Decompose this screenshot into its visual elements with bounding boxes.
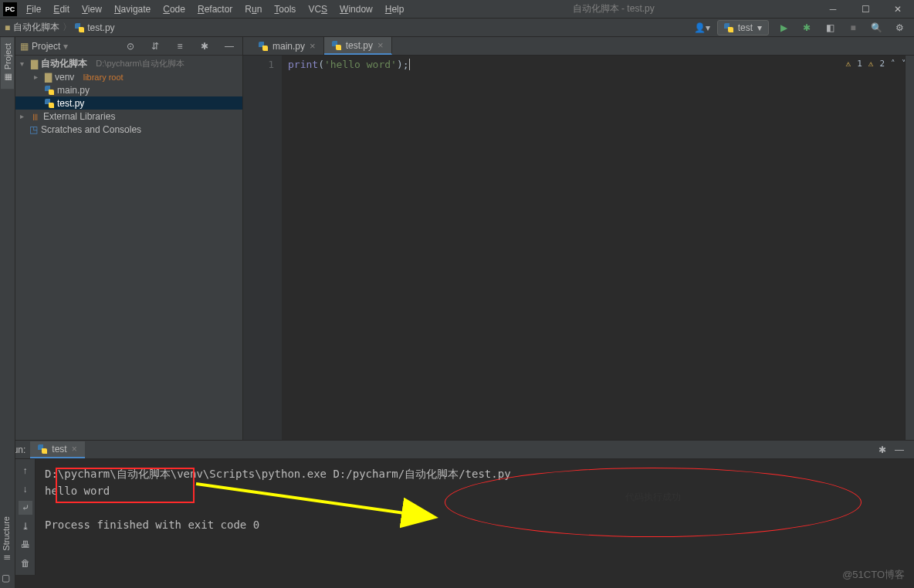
- python-icon: [38, 444, 47, 454]
- debug-button[interactable]: ✱: [798, 19, 815, 36]
- hide-panel-icon[interactable]: —: [891, 441, 908, 458]
- menu-tools[interactable]: Tools: [268, 2, 302, 17]
- main-layout: ▦ Project ▦ Project ▾ ⊙ ⇵ ≡ ✱ — ▾ ▇ 自动化脚…: [0, 37, 914, 440]
- settings-icon[interactable]: ✱: [196, 38, 213, 55]
- menu-vcs[interactable]: VCS: [302, 2, 333, 17]
- editor-tab-test[interactable]: test.py ×: [324, 37, 392, 55]
- run-tab[interactable]: test ×: [30, 441, 84, 458]
- tree-external-libraries[interactable]: ▸ ⫼ External Libraries: [15, 110, 242, 123]
- project-icon: ▦: [2, 73, 12, 83]
- run-button[interactable]: ▶: [775, 19, 792, 36]
- menu-run[interactable]: Run: [239, 2, 268, 17]
- chevron-down-icon: ▾: [757, 22, 762, 33]
- chevron-down-icon[interactable]: ▾: [63, 41, 68, 52]
- editor-area: main.py × test.py × 1 print('hello word'…: [243, 37, 914, 440]
- tree-file-test[interactable]: test.py: [15, 96, 242, 110]
- up-icon[interactable]: ↑: [19, 464, 32, 478]
- python-icon: [45, 99, 54, 108]
- structure-icon: ⫼: [2, 553, 11, 562]
- run-coverage-button[interactable]: ◧: [821, 19, 838, 36]
- left-tool-gutter: ▦ Project: [0, 37, 15, 440]
- chevron-down-icon[interactable]: ▾: [20, 59, 28, 68]
- expand-all-icon[interactable]: ⇵: [147, 38, 164, 55]
- menu-code[interactable]: Code: [157, 2, 191, 17]
- chevron-right-icon[interactable]: ▸: [20, 112, 28, 120]
- settings-button[interactable]: ⚙: [891, 19, 908, 36]
- settings-icon[interactable]: ✱: [874, 441, 891, 458]
- chevron-right-icon: 〉: [63, 21, 72, 34]
- menu-help[interactable]: Help: [379, 2, 411, 17]
- editor-right-gutter: [905, 56, 914, 440]
- tree-venv[interactable]: ▸ ▇ venv library root: [15, 70, 242, 83]
- line-gutter: 1: [243, 56, 282, 440]
- breadcrumb-file[interactable]: test.py: [75, 22, 114, 33]
- menu-view[interactable]: View: [76, 2, 108, 17]
- warning-icon: ⚠: [868, 59, 874, 69]
- python-icon: [45, 86, 54, 95]
- menu-navigate[interactable]: Navigate: [108, 2, 157, 17]
- watermark: @51CTO博客: [842, 568, 905, 582]
- tree-root[interactable]: ▾ ▇ 自动化脚本 D:\pycharm\自动化脚本: [15, 57, 242, 70]
- menu-file[interactable]: File: [20, 2, 47, 17]
- close-icon[interactable]: ×: [72, 444, 77, 455]
- select-opened-file-icon[interactable]: ⊙: [122, 38, 139, 55]
- scroll-to-end-icon[interactable]: ⤓: [19, 519, 32, 533]
- hide-panel-icon[interactable]: —: [221, 38, 238, 55]
- menu-edit[interactable]: Edit: [47, 2, 76, 17]
- chevron-up-icon[interactable]: ˄: [891, 59, 895, 69]
- minimize-button[interactable]: ─: [817, 0, 849, 19]
- run-config-selector[interactable]: test ▾: [717, 20, 769, 35]
- python-icon: [724, 23, 733, 32]
- console-output[interactable]: D:\pycharm\自动化脚本\venv\Scripts\python.exe…: [36, 459, 914, 575]
- project-tool-tab[interactable]: ▦ Project: [1, 37, 14, 89]
- scratches-icon: ◳: [29, 124, 38, 135]
- main-menu: File Edit View Navigate Code Refactor Ru…: [20, 2, 410, 17]
- app-icon: PC: [3, 2, 17, 16]
- console-stdout: hello word: [45, 482, 905, 499]
- print-icon[interactable]: 🖶: [19, 538, 32, 552]
- python-icon: [332, 41, 341, 50]
- editor-tab-main[interactable]: main.py ×: [251, 37, 324, 55]
- folder-icon: ▇: [31, 59, 38, 69]
- menu-window[interactable]: Window: [333, 2, 379, 17]
- run-tool-window: Run: test × ✱ — ▶ ■ ≡ 📌 ↑ ↓ ⤶ ⤓ 🖶 🗑 D:\p…: [0, 440, 914, 575]
- soft-wrap-icon[interactable]: ⤶: [19, 501, 32, 515]
- warning-icon: ⚠: [846, 59, 851, 69]
- structure-tool-tab[interactable]: ⫼ Structure: [0, 513, 12, 565]
- close-icon[interactable]: ×: [377, 39, 384, 51]
- editor-body[interactable]: 1 print('hello word'); ⚠1 ⚠2 ˄ ˅: [243, 56, 914, 440]
- library-icon: ⫼: [31, 111, 40, 122]
- breadcrumb: ■ 自动化脚本 〉 test.py: [5, 21, 694, 34]
- run-tool-body: ▶ ■ ≡ 📌 ↑ ↓ ⤶ ⤓ 🖶 🗑 D:\pycharm\自动化脚本\ven…: [0, 459, 914, 575]
- collapse-all-icon[interactable]: ≡: [171, 38, 188, 55]
- code-area[interactable]: print('hello word'); ⚠1 ⚠2 ˄ ˅: [282, 56, 914, 440]
- clear-icon[interactable]: 🗑: [19, 556, 32, 570]
- tool-windows-icon[interactable]: ▢: [2, 573, 14, 585]
- left-bottom-gutter: ⫼ Structure ▢: [0, 440, 15, 588]
- menu-refactor[interactable]: Refactor: [191, 2, 239, 17]
- run-output-toolbar: ↑ ↓ ⤶ ⤓ 🖶 🗑: [15, 459, 36, 575]
- inspection-bar[interactable]: ⚠1 ⚠2 ˄ ˅: [846, 59, 907, 69]
- navigation-bar: ■ 自动化脚本 〉 test.py 👤▾ test ▾ ▶ ✱ ◧ ■ 🔍 ⚙: [0, 19, 914, 37]
- project-tree: ▾ ▇ 自动化脚本 D:\pycharm\自动化脚本 ▸ ▇ venv libr…: [15, 56, 242, 137]
- text-cursor: [409, 59, 410, 70]
- close-icon[interactable]: ×: [310, 40, 316, 52]
- down-icon[interactable]: ↓: [19, 482, 32, 496]
- title-bar: PC File Edit View Navigate Code Refactor…: [0, 0, 914, 19]
- python-icon: [259, 42, 268, 51]
- console-exit-msg: Process finished with exit code 0: [45, 516, 905, 533]
- chevron-right-icon[interactable]: ▸: [34, 73, 42, 81]
- close-button[interactable]: ✕: [882, 0, 914, 19]
- console-command: D:\pycharm\自动化脚本\venv\Scripts\python.exe…: [45, 465, 905, 482]
- breadcrumb-root[interactable]: ■ 自动化脚本: [5, 21, 59, 34]
- tree-file-main[interactable]: main.py: [15, 83, 242, 96]
- maximize-button[interactable]: ☐: [849, 0, 882, 19]
- python-icon: [75, 23, 84, 32]
- search-everywhere-button[interactable]: 🔍: [868, 19, 885, 36]
- window-title: 自动化脚本 - test.py: [410, 2, 817, 15]
- project-panel: ▦ Project ▾ ⊙ ⇵ ≡ ✱ — ▾ ▇ 自动化脚本 D:\pycha…: [15, 37, 243, 440]
- stop-button[interactable]: ■: [845, 19, 862, 36]
- user-icon[interactable]: 👤▾: [694, 19, 711, 36]
- tree-scratches[interactable]: ◳ Scratches and Consoles: [15, 123, 242, 136]
- folder-icon: ▇: [45, 72, 52, 83]
